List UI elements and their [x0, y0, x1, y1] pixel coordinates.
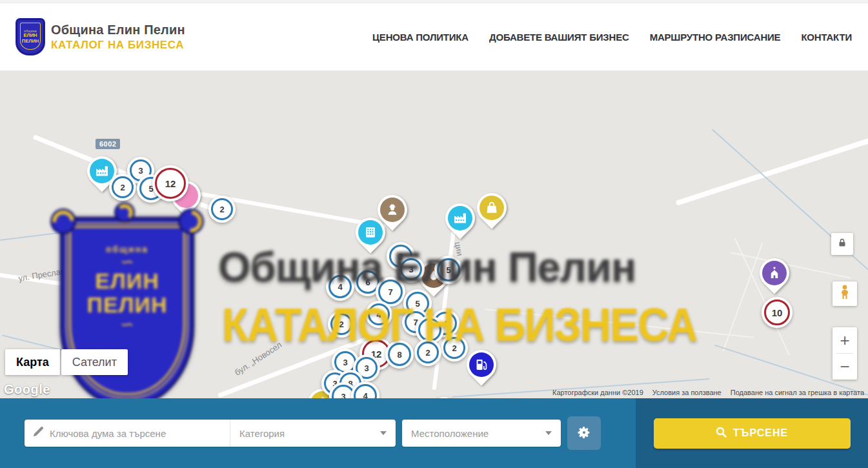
pegman-icon [838, 284, 852, 303]
bag-icon [479, 196, 504, 220]
attribution-report-error-link[interactable]: Подаване на сигнал за грешка в картата [731, 389, 864, 396]
search-bar: Категория Местоположение ТЪРСЕНЕ [0, 398, 868, 468]
nav-item-pricing[interactable]: ЦЕНОВА ПОЛИТИКА [372, 32, 469, 43]
lock-control-button[interactable] [831, 233, 853, 255]
location-select-label: Местоположение [411, 428, 489, 439]
cluster-count: 3 [364, 363, 368, 373]
shield-curl-center [116, 204, 133, 221]
cluster-marker[interactable]: 2 [208, 196, 236, 223]
cluster-marker[interactable]: 2 [328, 310, 355, 338]
map-attribution: Картографски данни ©2019 Условия за полз… [552, 389, 864, 396]
cluster-marker[interactable]: 12 [152, 165, 188, 201]
cluster-count: 2 [339, 320, 343, 329]
fuel-icon [469, 352, 494, 377]
keyword-input[interactable] [50, 428, 222, 439]
cluster-marker[interactable]: 2 [441, 334, 468, 361]
chevron-down-icon [380, 431, 387, 435]
attribution-terms-link[interactable]: Условия за ползване [652, 389, 722, 396]
category-select-label: Категория [239, 428, 285, 439]
lock-icon [837, 238, 847, 250]
gear-icon [577, 425, 591, 442]
road-number-badge: 6002 [96, 139, 120, 149]
brand-text: Община Елин Пелин КАТАЛОГ НА БИЗНЕСА [51, 23, 185, 52]
watermark-ornament-top: ∽ [120, 254, 134, 269]
cluster-count: 4 [363, 391, 367, 399]
search-submit-label: ТЪРСЕНЕ [733, 427, 788, 439]
watermark-shield-small-text: община [106, 244, 148, 254]
cluster-marker[interactable]: 5 [434, 256, 463, 284]
cluster-marker[interactable]: 4 [365, 301, 392, 328]
cluster-count: 3 [409, 265, 413, 274]
zoom-in-button[interactable]: + [833, 327, 857, 353]
church-icon [762, 261, 787, 285]
google-map[interactable]: 6002105ул. Преславбул. „Новоселции 32512… [0, 71, 868, 398]
road-line [485, 309, 754, 338]
advanced-settings-button[interactable] [567, 416, 601, 450]
cluster-count: 4 [376, 310, 381, 320]
main-nav: ЦЕНОВА ПОЛИТИКА ДОБАВЕТЕ ВАШИЯТ БИЗНЕС М… [372, 32, 852, 43]
cluster-count: 12 [165, 178, 176, 189]
map-type-map-button[interactable]: Карта [5, 349, 60, 375]
chevron-down-icon [545, 431, 552, 435]
cluster-marker[interactable]: 5 [430, 397, 458, 398]
cluster-count: 6 [365, 278, 370, 287]
cluster-count: 2 [120, 183, 125, 192]
cluster-marker[interactable]: 2 [109, 174, 136, 201]
search-bar-left: Категория Местоположение [0, 398, 636, 468]
factory-icon [448, 206, 472, 230]
logo-border [20, 23, 41, 50]
attribution-copyright: Картографски данни ©2019 [552, 389, 643, 396]
street-view-pegman-button[interactable] [833, 281, 857, 306]
search-icon [716, 427, 727, 440]
map-pin-factory[interactable] [445, 203, 475, 233]
cluster-marker[interactable]: 4 [326, 272, 354, 301]
street-name-label: ции [453, 241, 465, 256]
nav-item-route-schedule[interactable]: МАРШРУТНО РАЗПИСАНИЕ [650, 32, 781, 43]
cluster-count: 2 [425, 348, 430, 358]
cluster-count: 7 [388, 287, 392, 297]
nav-item-contacts[interactable]: КОНТАКТИ [801, 32, 852, 43]
cluster-marker[interactable]: 2 [414, 339, 441, 366]
search-fields: Категория [25, 420, 396, 447]
nav-item-add-business[interactable]: ДОБАВЕТЕ ВАШИЯТ БИЗНЕС [489, 32, 629, 43]
map-type-control: Карта Сателит [5, 349, 128, 375]
google-logo[interactable]: Google [4, 382, 50, 397]
building-icon [358, 220, 383, 245]
search-submit-button[interactable]: ТЪРСЕНЕ [654, 418, 851, 449]
water-line [0, 218, 174, 241]
cluster-count: 3 [138, 166, 143, 176]
watermark-ornament-bottom: ∽ [120, 317, 134, 332]
cluster-count: 5 [415, 299, 419, 309]
zoom-out-button[interactable]: − [833, 354, 857, 380]
cluster-count: 3 [343, 358, 347, 367]
brand-subtitle: КАТАЛОГ НА БИЗНЕСА [51, 39, 185, 52]
brand-title: Община Елин Пелин [51, 23, 185, 37]
map-pin-church[interactable] [760, 258, 789, 288]
zoom-control: + − [833, 327, 857, 380]
municipality-logo: община ЕЛИНПЕЛИН [16, 19, 45, 55]
cluster-marker[interactable]: 8 [385, 340, 414, 369]
map-pin-fuel[interactable] [467, 350, 496, 380]
cluster-count: 4 [338, 282, 342, 292]
cluster-count: 5 [446, 265, 450, 275]
location-select[interactable]: Местоположение [402, 420, 561, 447]
road-line [676, 135, 868, 206]
brand[interactable]: община ЕЛИНПЕЛИН Община Елин Пелин КАТАЛ… [16, 19, 185, 55]
site-header: община ЕЛИНПЕЛИН Община Елин Пелин КАТАЛ… [0, 3, 868, 71]
map-pin-building[interactable] [356, 218, 385, 247]
keyword-field[interactable] [25, 420, 230, 447]
cluster-count: 8 [427, 325, 432, 335]
map-pin-bag[interactable] [477, 193, 507, 223]
category-select[interactable]: Категория [230, 420, 396, 447]
road-line [731, 252, 851, 278]
cluster-count: 8 [397, 350, 401, 360]
search-bar-right: ТЪРСЕНЕ [636, 398, 868, 468]
cluster-count: 10 [772, 307, 783, 318]
cluster-count: 2 [219, 205, 224, 214]
cluster-count: 3 [341, 392, 345, 399]
pencil-icon [32, 426, 44, 440]
map-type-satellite-button[interactable]: Сателит [61, 349, 128, 375]
cluster-count: 2 [452, 343, 456, 353]
cluster-marker[interactable]: 10 [762, 297, 792, 328]
cluster-marker[interactable]: 3 [398, 256, 425, 283]
